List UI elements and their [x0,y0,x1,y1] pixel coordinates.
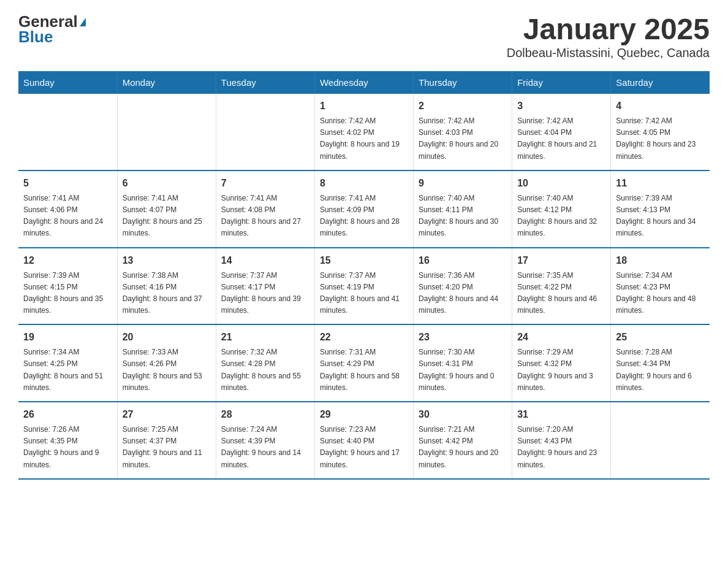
day-info: Sunrise: 7:33 AMSunset: 4:26 PMDaylight:… [123,347,211,394]
day-number: 30 [419,407,507,422]
day-cell: 10Sunrise: 7:40 AMSunset: 4:12 PMDayligh… [512,170,611,248]
day-info: Sunrise: 7:20 AMSunset: 4:43 PMDaylight:… [517,424,605,471]
day-number: 28 [221,407,309,422]
week-row-5: 26Sunrise: 7:26 AMSunset: 4:35 PMDayligh… [18,402,710,479]
day-info: Sunrise: 7:42 AMSunset: 4:03 PMDaylight:… [419,115,507,163]
day-cell [611,402,710,479]
day-cell: 21Sunrise: 7:32 AMSunset: 4:28 PMDayligh… [216,324,314,402]
day-number: 2 [419,99,507,113]
day-number: 31 [517,407,605,422]
day-number: 4 [616,99,705,113]
day-cell: 12Sunrise: 7:39 AMSunset: 4:15 PMDayligh… [18,248,117,325]
day-number: 25 [616,330,705,345]
day-info: Sunrise: 7:40 AMSunset: 4:11 PMDaylight:… [419,193,507,240]
day-info: Sunrise: 7:23 AMSunset: 4:40 PMDaylight:… [320,424,408,471]
day-number: 7 [221,176,309,191]
day-info: Sunrise: 7:35 AMSunset: 4:22 PMDaylight:… [517,270,605,317]
day-cell: 2Sunrise: 7:42 AMSunset: 4:03 PMDaylight… [414,94,512,170]
logo: General Blue [18,12,86,47]
day-number: 18 [616,253,705,268]
day-cell: 19Sunrise: 7:34 AMSunset: 4:25 PMDayligh… [18,324,117,402]
day-cell: 20Sunrise: 7:33 AMSunset: 4:26 PMDayligh… [117,324,216,402]
day-number: 5 [23,176,112,191]
page-subtitle: Dolbeau-Mistassini, Quebec, Canada [507,46,710,60]
day-info: Sunrise: 7:39 AMSunset: 4:15 PMDaylight:… [23,270,112,317]
day-info: Sunrise: 7:41 AMSunset: 4:08 PMDaylight:… [221,193,309,240]
day-cell: 5Sunrise: 7:41 AMSunset: 4:06 PMDaylight… [18,170,117,248]
day-number: 20 [123,330,211,345]
day-number: 12 [23,253,112,268]
header-monday: Monday [117,71,216,94]
day-cell: 23Sunrise: 7:30 AMSunset: 4:31 PMDayligh… [414,324,512,402]
day-info: Sunrise: 7:38 AMSunset: 4:16 PMDaylight:… [123,270,211,317]
day-number: 19 [23,330,112,345]
day-cell: 29Sunrise: 7:23 AMSunset: 4:40 PMDayligh… [314,402,413,479]
day-number: 13 [123,253,211,268]
day-cell: 24Sunrise: 7:29 AMSunset: 4:32 PMDayligh… [512,324,611,402]
day-cell [117,94,216,170]
day-number: 16 [419,253,507,268]
day-cell: 9Sunrise: 7:40 AMSunset: 4:11 PMDaylight… [414,170,512,248]
week-row-3: 12Sunrise: 7:39 AMSunset: 4:15 PMDayligh… [18,248,710,325]
header-tuesday: Tuesday [216,71,314,94]
day-cell: 14Sunrise: 7:37 AMSunset: 4:17 PMDayligh… [216,248,314,325]
day-cell: 6Sunrise: 7:41 AMSunset: 4:07 PMDaylight… [117,170,216,248]
day-cell: 16Sunrise: 7:36 AMSunset: 4:20 PMDayligh… [414,248,512,325]
day-number: 11 [616,176,705,191]
calendar-table: SundayMondayTuesdayWednesdayThursdayFrid… [18,71,710,480]
day-info: Sunrise: 7:41 AMSunset: 4:09 PMDaylight:… [320,193,408,240]
day-cell: 15Sunrise: 7:37 AMSunset: 4:19 PMDayligh… [314,248,413,325]
logo-blue: Blue [18,28,53,47]
day-cell: 28Sunrise: 7:24 AMSunset: 4:39 PMDayligh… [216,402,314,479]
day-cell [18,94,117,170]
day-number: 10 [517,176,605,191]
day-number: 22 [320,330,408,345]
day-cell: 8Sunrise: 7:41 AMSunset: 4:09 PMDaylight… [314,170,413,248]
logo-triangle-icon [80,18,86,26]
day-cell: 4Sunrise: 7:42 AMSunset: 4:05 PMDaylight… [611,94,710,170]
day-cell: 25Sunrise: 7:28 AMSunset: 4:34 PMDayligh… [611,324,710,402]
day-info: Sunrise: 7:42 AMSunset: 4:04 PMDaylight:… [517,115,605,163]
day-number: 17 [517,253,605,268]
day-number: 14 [221,253,309,268]
title-block: January 2025 Dolbeau-Mistassini, Quebec,… [507,12,710,60]
day-number: 15 [320,253,408,268]
day-cell: 31Sunrise: 7:20 AMSunset: 4:43 PMDayligh… [512,402,611,479]
day-info: Sunrise: 7:37 AMSunset: 4:17 PMDaylight:… [221,270,309,317]
day-info: Sunrise: 7:25 AMSunset: 4:37 PMDaylight:… [123,424,211,471]
day-number: 3 [517,99,605,113]
day-cell: 3Sunrise: 7:42 AMSunset: 4:04 PMDaylight… [512,94,611,170]
day-info: Sunrise: 7:21 AMSunset: 4:42 PMDaylight:… [419,424,507,471]
day-info: Sunrise: 7:40 AMSunset: 4:12 PMDaylight:… [517,193,605,240]
day-number: 26 [23,407,112,422]
day-info: Sunrise: 7:39 AMSunset: 4:13 PMDaylight:… [616,193,705,240]
day-number: 27 [123,407,211,422]
page-header: General Blue January 2025 Dolbeau-Mistas… [18,12,710,60]
day-number: 29 [320,407,408,422]
day-number: 21 [221,330,309,345]
day-info: Sunrise: 7:34 AMSunset: 4:23 PMDaylight:… [616,270,705,317]
day-cell: 7Sunrise: 7:41 AMSunset: 4:08 PMDaylight… [216,170,314,248]
day-info: Sunrise: 7:31 AMSunset: 4:29 PMDaylight:… [320,347,408,394]
day-number: 8 [320,176,408,191]
day-cell: 30Sunrise: 7:21 AMSunset: 4:42 PMDayligh… [414,402,512,479]
week-row-2: 5Sunrise: 7:41 AMSunset: 4:06 PMDaylight… [18,170,710,248]
header-thursday: Thursday [414,71,512,94]
day-cell: 1Sunrise: 7:42 AMSunset: 4:02 PMDaylight… [314,94,413,170]
day-number: 23 [419,330,507,345]
day-info: Sunrise: 7:37 AMSunset: 4:19 PMDaylight:… [320,270,408,317]
day-info: Sunrise: 7:28 AMSunset: 4:34 PMDaylight:… [616,347,705,394]
day-cell: 22Sunrise: 7:31 AMSunset: 4:29 PMDayligh… [314,324,413,402]
calendar-header-row: SundayMondayTuesdayWednesdayThursdayFrid… [18,71,710,94]
day-number: 1 [320,99,408,113]
header-sunday: Sunday [18,71,117,94]
day-cell: 11Sunrise: 7:39 AMSunset: 4:13 PMDayligh… [611,170,710,248]
day-cell: 18Sunrise: 7:34 AMSunset: 4:23 PMDayligh… [611,248,710,325]
day-cell: 27Sunrise: 7:25 AMSunset: 4:37 PMDayligh… [117,402,216,479]
day-info: Sunrise: 7:42 AMSunset: 4:05 PMDaylight:… [616,115,705,163]
header-friday: Friday [512,71,611,94]
day-cell: 26Sunrise: 7:26 AMSunset: 4:35 PMDayligh… [18,402,117,479]
day-info: Sunrise: 7:32 AMSunset: 4:28 PMDaylight:… [221,347,309,394]
page-title: January 2025 [507,12,710,46]
day-info: Sunrise: 7:34 AMSunset: 4:25 PMDaylight:… [23,347,112,394]
